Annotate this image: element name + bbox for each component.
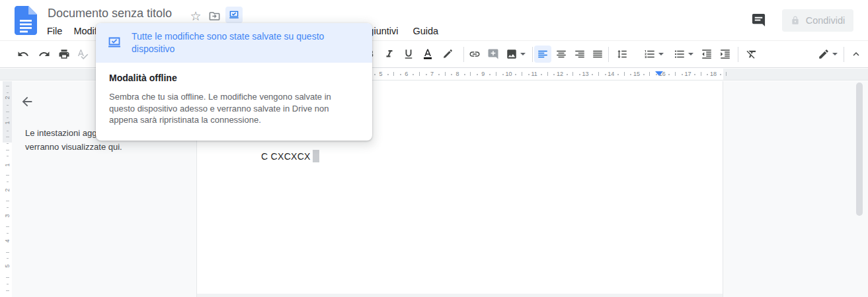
offline-banner-text: Tutte le modifiche sono state salvate su… [132,30,350,55]
add-comment-button[interactable] [485,46,502,63]
ruler-tick [707,74,708,75]
ruler-tick [7,105,9,106]
outdent-button[interactable] [698,46,715,63]
vertical-scrollbar-thumb[interactable] [856,82,863,216]
ruler-tick [515,74,516,75]
dropdown-arrow-icon[interactable] [832,53,838,55]
menu-item-guida[interactable]: Guida [413,26,438,36]
ruler-tick [675,72,676,76]
ruler-number: 1 [4,119,11,127]
ruler-number: 7 [430,71,434,77]
ruler-tick [451,74,452,75]
editing-mode-button[interactable] [814,46,841,63]
ruler-tick [464,74,465,75]
ruler-tick [682,74,683,75]
italic-button[interactable] [381,46,398,63]
align-left-button[interactable] [534,46,551,63]
toolbar-separator [463,47,464,62]
page-bottom-strip [197,294,723,297]
ruler-tick [6,201,9,201]
document-text-line: C CXCXCX [261,150,319,162]
underline-button[interactable] [400,46,417,63]
ruler-number: 2 [4,186,11,194]
align-right-button[interactable] [571,46,588,63]
ruler-tick [567,74,568,75]
ruler-tick [7,233,9,234]
share-button[interactable]: Condividi [782,9,853,32]
ruler-tick [419,72,420,76]
menu-item-file[interactable]: File [47,26,62,36]
ruler-number: 9 [481,71,485,77]
ruler-tick [7,258,9,259]
insert-image-button[interactable] [502,46,529,63]
ruler-number: 5 [4,262,11,270]
offline-popup-banner: Tutte le modifiche sono state salvate su… [96,23,372,63]
line-spacing-button[interactable] [613,46,631,63]
ruler-tick [649,72,650,76]
text-color-button[interactable] [419,46,436,63]
spellcheck-button[interactable] [74,46,91,63]
ruler-number: 8 [456,71,459,77]
text-cursor-block [313,150,319,162]
ruler-tick [701,72,701,76]
right-margin-marker[interactable] [655,71,663,76]
ruler-tick [6,252,9,253]
ruler-tick [7,284,9,284]
offline-popup-body: Modalità offline Sembra che tu sia offli… [96,63,372,141]
indent-button[interactable] [717,46,734,63]
ruler-tick [726,72,727,76]
ruler-number: 13 [582,71,589,77]
dropdown-arrow-icon[interactable] [658,53,664,55]
google-docs-window: Documento senza titolo ☆ FileModifica Co… [0,0,868,297]
ruler-tick [374,74,375,75]
ruler-tick [6,277,9,278]
ruler-tick [413,74,414,75]
print-button[interactable] [56,46,73,63]
ruler-number: 4 [4,237,11,245]
clear-formatting-button[interactable] [743,46,760,63]
ruler-number: 17 [684,71,691,77]
justify-button[interactable] [589,46,606,63]
undo-button[interactable] [15,46,32,63]
dropdown-arrow-icon[interactable] [520,53,526,55]
ruler-tick [7,117,9,118]
ruler-tick [7,182,9,182]
toolbar-separator [738,47,738,62]
ruler-tick [668,74,670,75]
move-folder-icon[interactable] [206,7,223,24]
back-arrow-icon[interactable] [20,94,36,110]
vertical-ruler: 2112345 [3,81,12,297]
ruler-tick [579,74,580,75]
ruler-tick [489,74,491,75]
ruler-tick [7,207,9,208]
ruler-tick [617,74,619,75]
offline-status-icon[interactable] [225,7,243,23]
numbered-list-button[interactable] [641,46,667,63]
highlight-button[interactable] [439,46,456,63]
toolbar-separator [844,47,844,62]
ruler-tick [7,131,9,131]
ruler-tick [528,74,530,75]
align-center-button[interactable] [553,46,570,63]
ruler-tick [605,74,606,75]
collapse-toolbar-button[interactable] [848,46,865,63]
dropdown-arrow-icon[interactable] [688,53,693,55]
star-icon[interactable]: ☆ [187,7,204,24]
ruler-tick [6,175,9,176]
ruler-tick [694,74,695,75]
ruler-number: 3 [4,212,11,220]
document-title[interactable]: Documento senza titolo [48,7,172,20]
docs-logo-icon[interactable] [15,6,37,35]
ruler-number: 15 [633,71,640,77]
ruler-tick [553,74,555,75]
ruler-tick [393,72,394,76]
bulleted-list-button[interactable] [670,46,697,63]
offline-popup: Tutte le modifiche sono state salvate su… [96,23,372,141]
redo-button[interactable] [36,46,53,63]
ruler-number: 18 [710,71,717,77]
comment-icon[interactable] [750,11,767,28]
ruler-number: 14 [608,71,614,77]
ruler-tick [643,74,645,75]
ruler-tick [438,74,440,75]
insert-link-button[interactable] [466,46,483,63]
